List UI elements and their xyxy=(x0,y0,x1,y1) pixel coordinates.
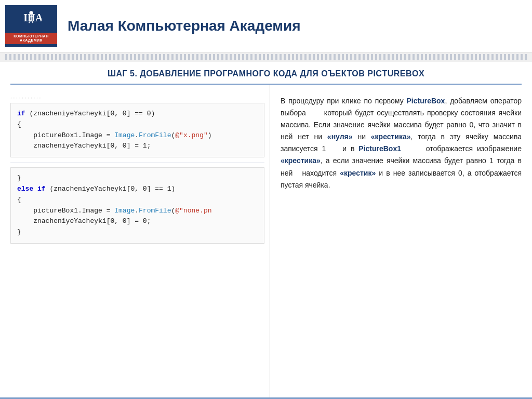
dots-pattern xyxy=(5,54,527,60)
text-panel: В процедуру при клике по первому Picture… xyxy=(270,85,532,397)
picturebox1-highlight: PictureBox1 xyxy=(358,144,401,153)
content-area: · · · · · · · · · · · if (znacheniyeYach… xyxy=(0,85,532,397)
code-note: · · · · · · · · · · · xyxy=(10,95,264,101)
logo-text-line2: АКАДЕМИЯ xyxy=(7,38,56,43)
svg-point-2 xyxy=(29,11,33,15)
logo-text-line1: КОМПЬЮТЕРНАЯ xyxy=(7,34,56,38)
step-title-bar: ШАГ 5. ДОБАВЛЕНИЕ ПРОГРАМНОГО КОДА ДЛЯ О… xyxy=(0,62,532,84)
dots-bar xyxy=(0,52,532,62)
code-panel: · · · · · · · · · · · if (znacheniyeYach… xyxy=(0,85,270,397)
image-class-2: Image xyxy=(114,207,135,215)
keyword-if: if xyxy=(17,110,25,117)
step-title: ШАГ 5. ДОБАВЛЕНИЕ ПРОГРАМНОГО КОДА ДЛЯ О… xyxy=(10,69,522,78)
header-title: Малая Компьютерная Академия xyxy=(68,18,522,34)
logo-top: ШАГ xyxy=(5,8,57,33)
logo-bottom: КОМПЬЮТЕРНАЯ АКАДЕМИЯ xyxy=(5,33,57,45)
quote-nul: «нуля» xyxy=(327,132,353,141)
string-none-png: @"none.pn xyxy=(175,207,211,215)
code-block-1: if (znacheniyeYacheyki[0, 0] == 0) { pic… xyxy=(10,103,264,157)
fromfile-1: FromFile xyxy=(139,131,171,139)
page-wrapper: ШАГ КОМПЬЮТЕРНАЯ АКАДЕМИЯ xyxy=(0,0,532,399)
logo-box: ШАГ КОМПЬЮТЕРНАЯ АКАДЕМИЯ xyxy=(5,5,57,47)
description-text: В процедуру при клике по первому Picture… xyxy=(281,95,522,191)
code-block-2: } else if (znacheniyeYacheyki[0, 0] == 1… xyxy=(10,167,264,244)
quote-krestik: «крестик» xyxy=(340,169,376,177)
keyword-else: else if xyxy=(17,185,46,193)
string-x-png: @"x.png" xyxy=(175,131,207,139)
logo-icon: ШАГ xyxy=(21,10,42,31)
fromfile-2: FromFile xyxy=(139,207,171,215)
header: ШАГ КОМПЬЮТЕРНАЯ АКАДЕМИЯ xyxy=(0,0,532,52)
image-class-1: Image xyxy=(114,131,135,139)
quote-krest: «крестика» xyxy=(371,132,411,141)
picturebox-highlight: PictureBox xyxy=(407,97,445,105)
quote-krestika: «крестика» xyxy=(281,156,321,165)
code-divider xyxy=(10,163,264,163)
